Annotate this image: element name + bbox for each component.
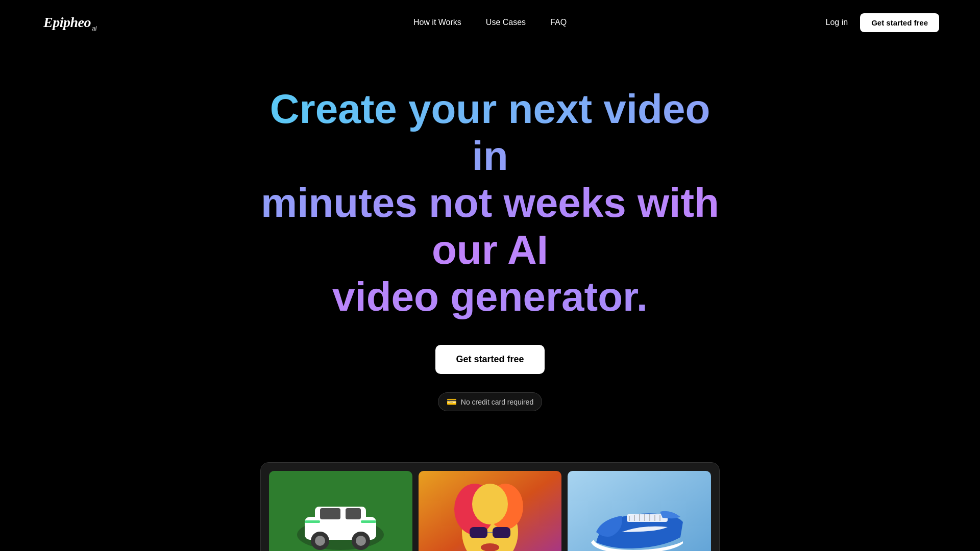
hero-get-started-button[interactable]: Get started free <box>435 345 544 374</box>
gallery-item-car <box>269 471 412 551</box>
svg-rect-18 <box>493 527 510 538</box>
svg-rect-6 <box>346 508 361 519</box>
svg-rect-12 <box>361 520 376 523</box>
sneaker-image <box>568 471 711 551</box>
svg-point-8 <box>315 536 325 546</box>
nav-link-how-it-works[interactable]: How it Works <box>413 18 461 27</box>
hero-section: Create your next video inminutes not wee… <box>0 45 980 442</box>
nav-links: How it Works Use Cases FAQ <box>413 18 567 27</box>
no-credit-card-label: No credit card required <box>461 398 533 406</box>
svg-rect-17 <box>470 527 487 538</box>
login-button[interactable]: Log in <box>826 18 848 27</box>
gallery-container: 📶 FAQ <box>260 462 720 551</box>
hero-title: Create your next video inminutes not wee… <box>260 86 720 320</box>
portrait-image <box>419 471 562 551</box>
svg-rect-5 <box>320 508 340 519</box>
car-image <box>269 471 412 551</box>
logo-text: Epipheo ai <box>41 9 107 36</box>
svg-point-16 <box>472 484 508 524</box>
svg-rect-11 <box>305 520 320 523</box>
nav-get-started-button[interactable]: Get started free <box>860 13 939 32</box>
nav-right: Log in Get started free <box>826 13 939 32</box>
gallery-row-1 <box>269 471 711 551</box>
svg-point-10 <box>356 536 366 546</box>
gallery-item-portrait <box>419 471 562 551</box>
no-credit-card-badge: 💳 No credit card required <box>438 392 542 411</box>
svg-rect-21 <box>627 514 668 522</box>
gallery-item-sneaker <box>568 471 711 551</box>
svg-text:ai: ai <box>92 25 97 32</box>
svg-text:Epipheo: Epipheo <box>43 14 91 30</box>
logo[interactable]: Epipheo ai <box>41 9 107 36</box>
hero-title-text: Create your next video inminutes not wee… <box>261 86 719 319</box>
nav-link-use-cases[interactable]: Use Cases <box>486 18 526 27</box>
navbar: Epipheo ai How it Works Use Cases FAQ Lo… <box>0 0 980 45</box>
nav-link-faq[interactable]: FAQ <box>550 18 567 27</box>
credit-card-icon: 💳 <box>447 397 457 407</box>
